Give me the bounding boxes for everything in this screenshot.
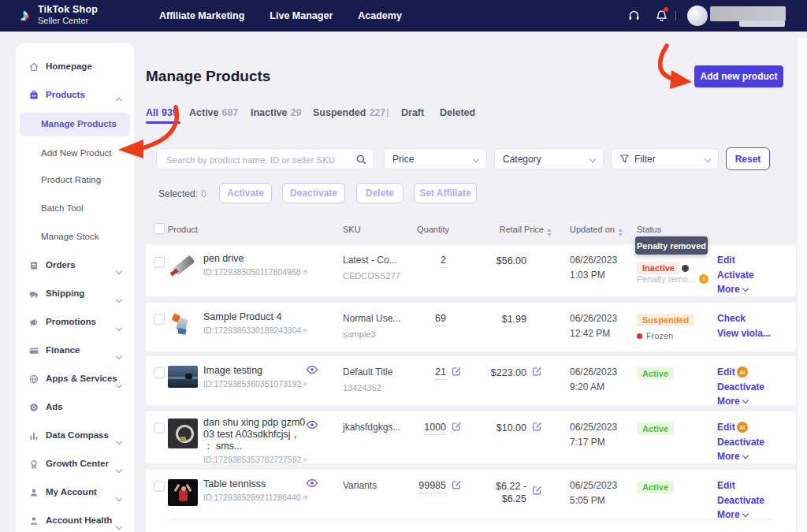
sidebar-subitem-manage-products[interactable]: Manage Products bbox=[20, 113, 130, 136]
sidebar-item-promotions[interactable]: Promotions bbox=[16, 312, 134, 333]
sidebar-item-shipping[interactable]: Shipping bbox=[16, 284, 134, 304]
check-link[interactable]: Check bbox=[717, 313, 771, 324]
copy-icon[interactable] bbox=[303, 268, 307, 277]
copy-icon[interactable] bbox=[303, 493, 307, 502]
nav-affiliate-marketing[interactable]: Affiliate Marketing bbox=[159, 10, 244, 21]
row-checkbox[interactable] bbox=[154, 422, 165, 433]
info-dot-icon[interactable] bbox=[682, 265, 689, 272]
product-image[interactable] bbox=[168, 312, 195, 336]
category-dropdown[interactable]: Category bbox=[494, 148, 604, 169]
product-name[interactable]: dan shu xing pdp gzm003 test A03sdkhfcjs… bbox=[203, 417, 307, 452]
more-link[interactable]: More bbox=[717, 396, 764, 407]
more-link[interactable]: More bbox=[717, 451, 764, 462]
copy-icon[interactable] bbox=[303, 380, 307, 389]
edit-link[interactable]: EditAI bbox=[717, 366, 764, 378]
deactivate-link[interactable]: Deactivate bbox=[717, 381, 764, 392]
col-status: Status bbox=[637, 225, 661, 234]
edit-link[interactable]: Edit bbox=[717, 480, 764, 491]
search-icon[interactable] bbox=[355, 154, 367, 166]
copy-icon[interactable] bbox=[303, 326, 307, 335]
price-dropdown[interactable]: Price bbox=[384, 148, 487, 169]
headset-icon[interactable] bbox=[627, 9, 641, 23]
tab-draft[interactable]: Draft bbox=[401, 107, 424, 118]
eye-preview-icon[interactable] bbox=[306, 365, 318, 374]
tab-suspended[interactable]: Suspended227 bbox=[313, 107, 385, 118]
sidebar-item-orders[interactable]: Orders bbox=[16, 255, 134, 276]
product-name[interactable]: Sample Product 4 bbox=[203, 311, 307, 323]
product-name[interactable]: Image testing bbox=[203, 365, 307, 377]
view-violation-link[interactable]: View viola... bbox=[717, 328, 771, 339]
tab-deleted[interactable]: Deleted bbox=[440, 107, 475, 118]
tab-all[interactable]: All939 bbox=[146, 107, 178, 118]
eye-preview-icon[interactable] bbox=[306, 478, 318, 488]
sidebar-item-ads[interactable]: Ads bbox=[16, 397, 134, 418]
search-input[interactable] bbox=[165, 150, 349, 169]
activate-link[interactable]: Activate bbox=[717, 270, 754, 281]
product-name[interactable]: pen drive bbox=[203, 253, 307, 265]
product-image[interactable] bbox=[168, 419, 198, 448]
more-link[interactable]: More bbox=[717, 284, 754, 295]
tab-inactive[interactable]: Inactive29 bbox=[251, 107, 301, 118]
product-image[interactable] bbox=[168, 366, 198, 388]
product-name[interactable]: Table tennisss bbox=[203, 478, 307, 490]
quantity-value[interactable]: 69 bbox=[435, 313, 446, 326]
set-affiliate-button[interactable]: Set Affiliate bbox=[414, 183, 477, 203]
delete-button[interactable]: Delete bbox=[356, 183, 404, 203]
sidebar-subitem-manage-stock[interactable]: Manage Stock bbox=[16, 227, 134, 247]
activate-button[interactable]: Activate bbox=[219, 183, 272, 203]
row-checkbox[interactable] bbox=[154, 367, 165, 378]
sidebar-item-products[interactable]: Products bbox=[16, 85, 134, 106]
sort-icon[interactable] bbox=[618, 229, 623, 236]
quantity-value[interactable]: 1000 bbox=[424, 422, 446, 435]
deactivate-button[interactable]: Deactivate bbox=[282, 183, 345, 203]
deactivate-link[interactable]: Deactivate bbox=[717, 495, 764, 506]
eye-preview-icon[interactable] bbox=[306, 420, 318, 430]
active-tab-indicator bbox=[146, 121, 180, 124]
nav-live-manager[interactable]: Live Manager bbox=[270, 10, 333, 21]
edit-price-icon[interactable] bbox=[532, 422, 541, 431]
sidebar-item-growth-center[interactable]: Growth Center bbox=[16, 454, 134, 474]
sidebar-item-finance[interactable]: Finance bbox=[16, 340, 134, 361]
status-cell: Active bbox=[637, 366, 674, 380]
sidebar-item-account-health[interactable]: Account Health bbox=[16, 511, 134, 531]
reset-button[interactable]: Reset bbox=[726, 147, 770, 170]
row-checkbox[interactable] bbox=[154, 481, 165, 492]
product-image[interactable] bbox=[168, 254, 198, 277]
product-image[interactable] bbox=[168, 479, 198, 506]
sort-icon[interactable] bbox=[547, 229, 552, 236]
edit-price-icon[interactable] bbox=[532, 366, 541, 376]
sidebar-subitem-add-new-product[interactable]: Add New Product bbox=[16, 143, 134, 164]
nav-academy[interactable]: Academy bbox=[358, 10, 402, 21]
edit-link[interactable]: Edit bbox=[717, 255, 754, 266]
warning-icon[interactable] bbox=[699, 274, 708, 284]
sidebar-subitem-product-rating[interactable]: Product Rating bbox=[16, 170, 134, 191]
col-product: Product bbox=[168, 225, 198, 234]
sidebar-label: Account Health bbox=[46, 515, 112, 525]
status-cell: Inactive bbox=[637, 260, 689, 274]
sidebar-item-apps-services[interactable]: Apps & Services bbox=[16, 369, 134, 389]
chevron-down-icon bbox=[116, 523, 122, 530]
logo-title[interactable]: TikTok Shop bbox=[38, 4, 98, 15]
quantity-value[interactable]: 2 bbox=[441, 255, 446, 268]
sidebar-item-homepage[interactable]: Homepage bbox=[16, 57, 134, 77]
sidebar-item-data-compass[interactable]: Data Compass bbox=[16, 426, 134, 446]
deactivate-link[interactable]: Deactivate bbox=[717, 437, 764, 448]
tiktok-logo-icon[interactable]: ♪ bbox=[20, 5, 29, 25]
edit-price-icon[interactable] bbox=[532, 485, 541, 495]
row-checkbox[interactable] bbox=[154, 314, 165, 325]
red-arrow-to-add-product-button bbox=[660, 46, 673, 79]
sidebar-item-my-account[interactable]: My Account bbox=[16, 482, 134, 503]
add-new-product-button[interactable]: Add new product bbox=[694, 65, 783, 87]
copy-icon[interactable] bbox=[303, 456, 307, 464]
filter-dropdown[interactable]: Filter bbox=[611, 148, 719, 169]
sidebar-subitem-batch-tool[interactable]: Batch Tool bbox=[16, 199, 134, 219]
row-checkbox[interactable] bbox=[154, 257, 165, 268]
select-all-checkbox[interactable] bbox=[154, 223, 165, 234]
edit-link[interactable]: EditAI bbox=[717, 422, 764, 433]
quantity-value[interactable]: 99985 bbox=[418, 480, 446, 493]
avatar[interactable] bbox=[687, 6, 708, 26]
quantity-value[interactable]: 21 bbox=[435, 366, 446, 380]
tab-active[interactable]: Active687 bbox=[189, 107, 238, 118]
globe-icon bbox=[28, 374, 39, 385]
col-quantity: Quantity bbox=[406, 225, 449, 234]
